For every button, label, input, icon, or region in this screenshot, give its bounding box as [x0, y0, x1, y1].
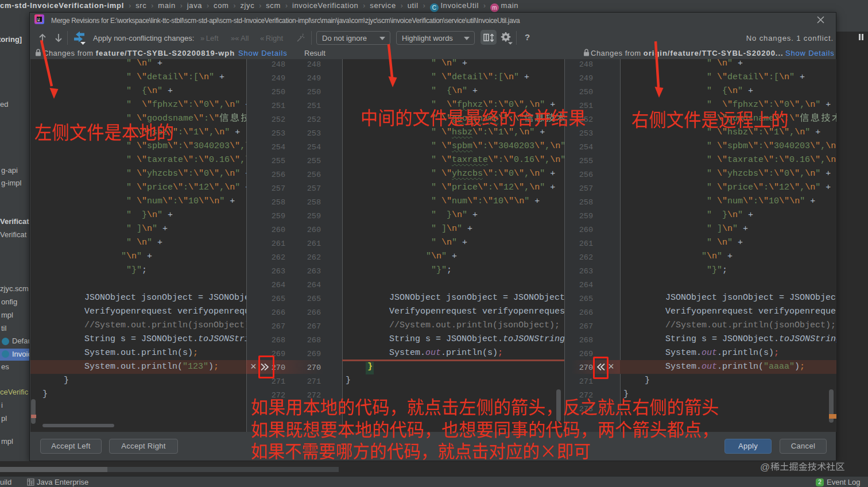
- svg-text:IJ: IJ: [37, 17, 40, 21]
